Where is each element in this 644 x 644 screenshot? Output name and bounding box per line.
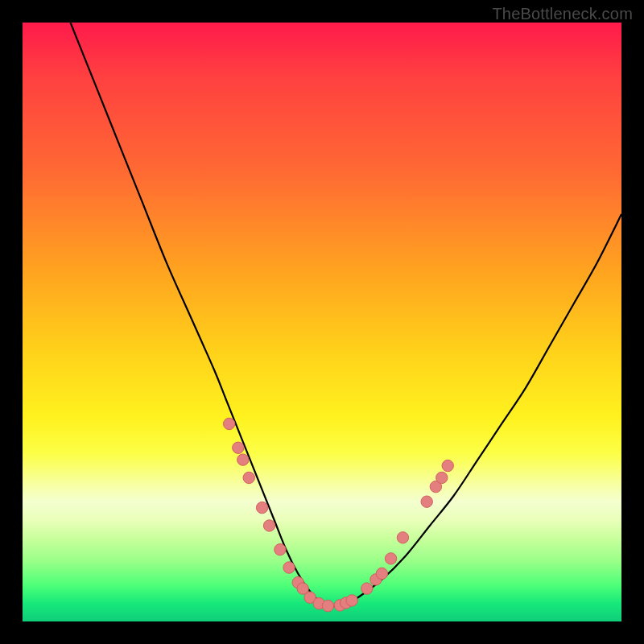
data-marker (397, 532, 408, 543)
data-marker (322, 600, 333, 611)
data-marker (421, 496, 432, 507)
plot-area (23, 23, 621, 621)
data-marker (376, 568, 387, 579)
data-marker (237, 454, 249, 465)
data-marker (223, 418, 234, 429)
data-marker (263, 520, 275, 531)
data-marker (256, 502, 267, 513)
data-marker (243, 472, 254, 483)
data-marker (442, 460, 453, 471)
data-marker (233, 442, 244, 453)
data-marker (436, 472, 448, 483)
data-marker (361, 583, 373, 594)
data-marker (346, 595, 357, 606)
markers-group (223, 418, 453, 612)
data-marker (283, 562, 295, 573)
data-marker (275, 544, 286, 555)
chart-frame: TheBottleneck.com (0, 0, 644, 644)
data-marker (385, 553, 396, 564)
watermark-text: TheBottleneck.com (492, 5, 633, 23)
markers-svg (23, 23, 621, 621)
